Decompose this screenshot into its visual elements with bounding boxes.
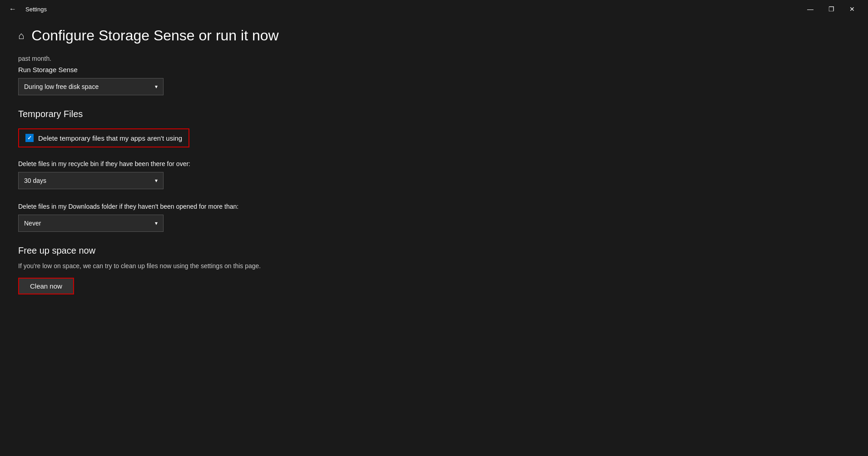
back-button[interactable]: ← bbox=[5, 3, 20, 15]
title-bar: ← Settings — ❐ ✕ bbox=[0, 0, 868, 18]
title-bar-controls: — ❐ ✕ bbox=[800, 2, 863, 16]
delete-temp-files-row[interactable]: Delete temporary files that my apps aren… bbox=[18, 128, 189, 147]
recycle-bin-value: 30 days bbox=[24, 177, 46, 184]
free-space-description: If you're low on space, we can try to cl… bbox=[18, 262, 336, 270]
recycle-bin-dropdown[interactable]: 30 days ▾ bbox=[18, 172, 164, 189]
title-bar-left: ← Settings bbox=[5, 3, 47, 15]
delete-temp-files-checkbox[interactable] bbox=[25, 134, 34, 142]
main-content: ⌂ Configure Storage Sense or run it now … bbox=[0, 18, 409, 313]
run-storage-sense-label: Run Storage Sense bbox=[18, 66, 391, 74]
downloads-label: Delete files in my Downloads folder if t… bbox=[18, 203, 391, 210]
run-storage-sense-value: During low free disk space bbox=[24, 83, 99, 90]
clean-now-button[interactable]: Clean now bbox=[18, 278, 74, 294]
maximize-button[interactable]: ❐ bbox=[821, 2, 842, 16]
title-bar-title: Settings bbox=[25, 6, 47, 13]
run-storage-sense-dropdown[interactable]: During low free disk space ▾ bbox=[18, 78, 164, 95]
recycle-bin-arrow: ▾ bbox=[155, 177, 158, 184]
downloads-dropdown[interactable]: Never ▾ bbox=[18, 215, 164, 232]
page-header: ⌂ Configure Storage Sense or run it now bbox=[18, 27, 391, 44]
minimize-button[interactable]: — bbox=[800, 2, 821, 16]
close-button[interactable]: ✕ bbox=[842, 2, 863, 16]
recycle-bin-label: Delete files in my recycle bin if they h… bbox=[18, 160, 391, 167]
home-icon: ⌂ bbox=[18, 30, 24, 42]
temporary-files-heading: Temporary Files bbox=[18, 109, 391, 119]
page-title: Configure Storage Sense or run it now bbox=[31, 27, 278, 44]
downloads-value: Never bbox=[24, 220, 41, 227]
past-month-label: past month. bbox=[18, 55, 391, 62]
downloads-arrow: ▾ bbox=[155, 220, 158, 226]
free-space-heading: Free up space now bbox=[18, 245, 391, 256]
delete-temp-files-label: Delete temporary files that my apps aren… bbox=[38, 134, 182, 142]
run-storage-sense-arrow: ▾ bbox=[155, 83, 158, 90]
